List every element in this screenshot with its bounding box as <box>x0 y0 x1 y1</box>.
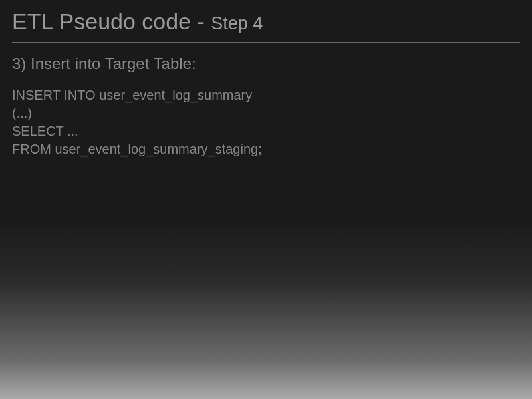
code-line-4: FROM user_event_log_summary_staging; <box>12 140 520 158</box>
code-line-1: INSERT INTO user_event_log_summary <box>12 86 520 104</box>
title-sub: Step 4 <box>211 13 263 33</box>
code-block: INSERT INTO user_event_log_summary (...)… <box>12 86 520 158</box>
slide-title: ETL Pseudo code - Step 4 <box>12 8 520 43</box>
slide-subheading: 3) Insert into Target Table: <box>12 55 520 73</box>
slide-container: ETL Pseudo code - Step 4 3) Insert into … <box>0 0 532 166</box>
code-line-3: SELECT ... <box>12 122 520 140</box>
title-main: ETL Pseudo code - <box>12 9 211 34</box>
code-line-2: (...) <box>12 104 520 122</box>
